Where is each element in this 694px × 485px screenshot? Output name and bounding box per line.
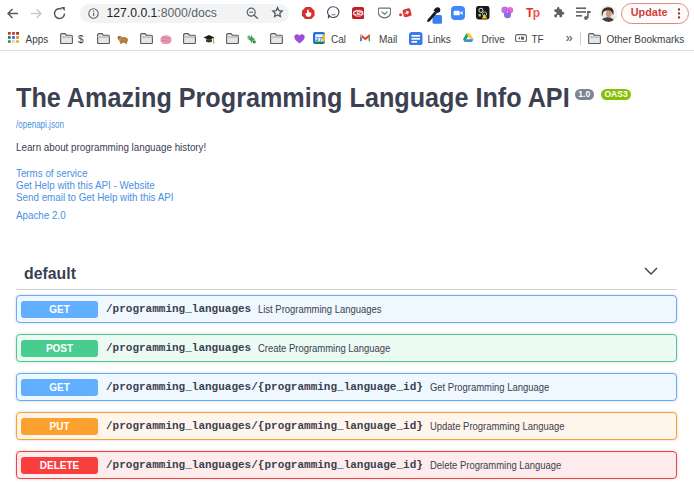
svg-text:CBS: CBS (353, 10, 363, 15)
svg-text:!: ! (486, 15, 487, 19)
svg-text:27: 27 (315, 35, 322, 42)
